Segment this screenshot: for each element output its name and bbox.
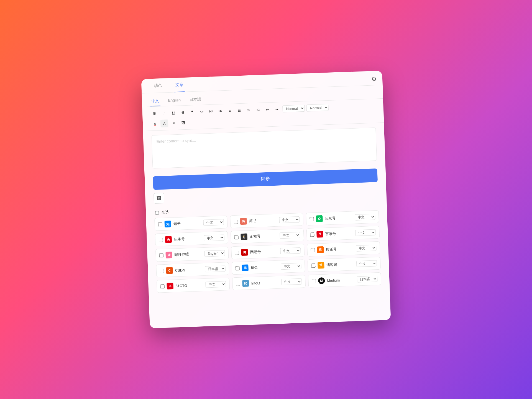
sup-button[interactable]: x2 <box>254 106 262 114</box>
platform-lang-sougou[interactable]: 中文English日本語 <box>356 245 377 252</box>
platform-lang-51cto[interactable]: 中文English日本語 <box>206 281 226 288</box>
platform-item-juejin: 掘 掘金 中文English日本語 <box>232 259 305 275</box>
platform-checkbox-qingniao[interactable] <box>234 235 239 239</box>
platform-lang-toutiao[interactable]: 中文English日本語 <box>204 234 225 241</box>
sub-button[interactable]: x2 <box>245 106 253 114</box>
platform-name-baijia: 百家号 <box>325 231 353 236</box>
platform-name-qingniao: 企鹅号 <box>250 233 278 239</box>
tab-dongtai[interactable]: 动态 <box>152 78 163 93</box>
indent-right-button[interactable]: ⇥ <box>273 105 281 113</box>
content-area: Enter content to sync... <box>143 123 385 173</box>
platform-logo-bilibili: 哔 <box>165 252 172 259</box>
platform-item-zhihu: 知 知乎 中文English日本語 <box>154 216 228 231</box>
platform-name-wangyi: 网易号 <box>250 249 278 255</box>
normal-select-2[interactable]: Normal Large Small <box>306 104 329 111</box>
platform-logo-51cto: 51 <box>167 283 173 290</box>
platform-lang-wangyi[interactable]: 中文English日本語 <box>280 247 301 254</box>
indent-left-button[interactable]: ⇤ <box>264 105 272 113</box>
platform-name-csdn: CSDN <box>175 267 203 272</box>
platform-logo-wangyi: 网 <box>241 249 248 256</box>
platform-item-infoq: iQ InfoQ 中文English日本語 <box>232 275 306 290</box>
platform-checkbox-juejin[interactable] <box>236 266 240 270</box>
platform-name-gongzhonghao: 公众号 <box>325 215 353 221</box>
platform-item-bilibili: 哔 哔哩哔哩 中文English日本語 <box>155 247 229 262</box>
platform-name-51cto: 51CTO <box>175 283 203 288</box>
platform-name-boke: 博客园 <box>326 262 354 267</box>
underline-button[interactable]: U <box>169 109 177 117</box>
platform-checkbox-gongzhonghao[interactable] <box>310 217 314 221</box>
platform-lang-bilibili[interactable]: 中文English日本語 <box>204 250 225 257</box>
platform-checkbox-csdn[interactable] <box>160 269 164 273</box>
platform-lang-csdn[interactable]: 中文English日本語 <box>205 265 226 272</box>
platform-item-csdn: C CSDN 中文English日本語 <box>156 262 229 277</box>
platform-item-qingniao: 🐧 企鹅号 中文English日本語 <box>231 228 304 244</box>
platform-checkbox-wangyi[interactable] <box>235 250 239 255</box>
platform-name-zhihu: 知乎 <box>173 220 201 226</box>
font-bg-button[interactable]: A <box>160 119 168 127</box>
platform-logo-gongzhonghao: ♻ <box>316 215 323 222</box>
platform-item-wangyi: 网 网易号 中文English日本語 <box>231 244 305 259</box>
italic-button[interactable]: I <box>160 109 168 117</box>
platform-lang-zhihu[interactable]: 中文English日本語 <box>203 219 224 226</box>
platform-name-toutiao: 头条号 <box>174 236 202 242</box>
platform-logo-juejin: 掘 <box>242 264 249 271</box>
platform-logo-qingniao: 🐧 <box>241 233 248 240</box>
platform-checkbox-toutiao[interactable] <box>159 238 163 242</box>
platform-checkbox-bilibili[interactable] <box>159 253 164 258</box>
platform-item-boke: 博 博客园 中文English日本語 <box>307 257 381 272</box>
platform-item-baijia: 百 百家号 中文English日本語 <box>306 226 380 241</box>
platform-checkbox-jianshu[interactable] <box>234 219 238 224</box>
font-color-button[interactable]: A <box>151 120 159 128</box>
image-upload-button[interactable]: 🖼 <box>154 193 164 204</box>
platform-lang-baijia[interactable]: 中文English日本語 <box>355 229 376 236</box>
editor-placeholder[interactable]: Enter content to sync... <box>152 127 377 168</box>
platform-checkbox-51cto[interactable] <box>160 284 165 288</box>
select-all-checkbox[interactable] <box>155 211 159 214</box>
app-window: ⚙ 动态 文章 中文 English 日本語 B I U S ❝ <> H1 H… <box>141 71 391 328</box>
platform-checkbox-zhihu[interactable] <box>158 222 163 227</box>
code-button[interactable]: <> <box>198 108 206 116</box>
platform-item-sougou: 搜 搜狐号 中文English日本語 <box>307 241 380 257</box>
h1-button[interactable]: H1 <box>207 107 215 115</box>
platform-name-jianshu: 简书 <box>249 218 277 224</box>
platform-lang-juejin[interactable]: 中文English日本語 <box>281 263 301 270</box>
lang-tab-en[interactable]: English <box>167 95 182 106</box>
platform-checkbox-baijia[interactable] <box>310 232 314 237</box>
platform-lang-infoq[interactable]: 中文English日本語 <box>281 278 302 285</box>
lang-tab-zh[interactable]: 中文 <box>150 96 160 106</box>
platform-lang-boke[interactable]: 中文English日本語 <box>356 260 377 267</box>
lang-tab-ja[interactable]: 日本語 <box>188 95 203 105</box>
platform-lang-qingniao[interactable]: 中文English日本語 <box>280 232 300 239</box>
image-button[interactable]: 🖼 <box>179 119 187 127</box>
ul-button[interactable]: ☰ <box>235 106 243 114</box>
platform-checkbox-medium[interactable] <box>312 279 316 283</box>
platform-lang-gongzhonghao[interactable]: 中文English日本語 <box>355 214 375 221</box>
platform-item-51cto: 51 51CTO 中文English日本語 <box>157 278 230 293</box>
strikethrough-button[interactable]: S <box>179 108 187 116</box>
platform-name-juejin: 掘金 <box>251 264 279 270</box>
platform-checkbox-sougou[interactable] <box>311 248 315 252</box>
platform-item-toutiao: 头 头条号 中文English日本語 <box>155 231 228 246</box>
tab-wenzhang[interactable]: 文章 <box>174 78 185 92</box>
h2-button[interactable]: H2 <box>216 107 224 115</box>
platform-logo-sougou: 搜 <box>317 246 324 253</box>
select-all-label: 全选 <box>161 210 169 215</box>
platform-item-jianshu: 简 简书 中文English日本語 <box>230 213 303 228</box>
platform-item-gongzhonghao: ♻ 公众号 中文English日本語 <box>306 210 379 226</box>
platform-logo-baijia: 百 <box>316 231 323 238</box>
platform-lang-jianshu[interactable]: 中文English日本語 <box>279 216 300 223</box>
platform-lang-medium[interactable]: 中文English日本語 <box>357 276 378 283</box>
align-button[interactable]: ≡ <box>170 119 178 127</box>
platform-logo-infoq: iQ <box>242 280 249 287</box>
platform-checkbox-infoq[interactable] <box>236 282 241 286</box>
platform-name-medium: Medium <box>327 278 355 283</box>
normal-select-1[interactable]: Normal H1 H2 <box>282 104 305 112</box>
bold-button[interactable]: B <box>150 109 158 117</box>
quote-button[interactable]: ❝ <box>188 108 196 116</box>
platform-logo-toutiao: 头 <box>165 236 172 243</box>
platform-name-bilibili: 哔哩哔哩 <box>174 251 202 257</box>
ol-button[interactable]: ≡ <box>226 107 234 115</box>
platform-checkbox-boke[interactable] <box>311 263 316 268</box>
platform-logo-csdn: C <box>166 267 173 274</box>
platform-logo-boke: 博 <box>318 262 324 269</box>
